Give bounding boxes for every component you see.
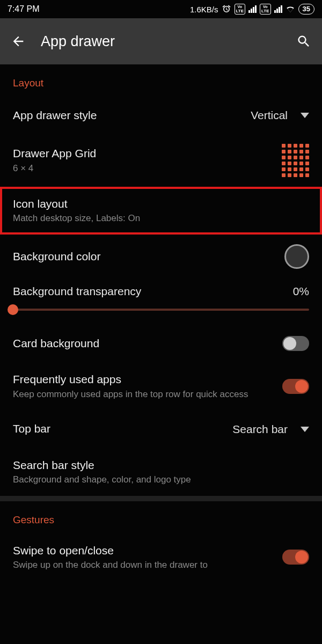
card-background-toggle[interactable] [282, 336, 309, 351]
setting-search-bar-style[interactable]: Search bar style Background and shape, c… [0, 448, 322, 496]
label: Icon layout [13, 196, 309, 211]
grid-icon [282, 144, 309, 177]
value: 0% [293, 285, 309, 298]
setting-drawer-app-grid[interactable]: Drawer App Grid 6 × 4 [0, 134, 322, 187]
alarm-icon [222, 4, 231, 14]
sub: Keep commonly used apps in the top row f… [13, 389, 274, 401]
status-time: 7:47 PM [8, 4, 40, 14]
label: Background color [13, 249, 276, 264]
label: Card background [13, 336, 274, 351]
slider-thumb[interactable] [8, 304, 18, 315]
search-icon[interactable] [296, 34, 311, 49]
signal-icon-2 [274, 5, 282, 13]
net-speed: 1.6KB/s [190, 5, 218, 14]
color-swatch [284, 244, 309, 269]
swipe-toggle[interactable] [282, 550, 309, 565]
setting-swipe-open-close[interactable]: Swipe to open/close Swipe up on the dock… [0, 533, 322, 575]
battery-indicator: 35 [298, 4, 314, 14]
wifi-icon [286, 4, 295, 14]
sub: 6 × 4 [13, 163, 273, 175]
sub: Swipe up on the dock and down in the dra… [13, 559, 274, 572]
signal-icon-1 [248, 5, 257, 13]
label: Background transparency [13, 285, 141, 298]
status-bar: 7:47 PM 1.6KB/s VoLTE VoLTE 35 [0, 0, 322, 18]
setting-background-transparency: Background transparency 0% [0, 279, 322, 325]
setting-background-color[interactable]: Background color [0, 235, 322, 279]
label: Search bar style [13, 458, 309, 473]
chevron-down-icon [301, 113, 309, 118]
setting-top-bar[interactable]: Top bar Search bar [0, 411, 322, 448]
transparency-slider[interactable] [13, 309, 309, 311]
sub: Background and shape, color, and logo ty… [13, 474, 309, 486]
label: Top bar [13, 421, 224, 436]
label: Frequently used apps [13, 372, 274, 387]
setting-icon-layout[interactable]: Icon layout Match desktop size, Labels: … [0, 187, 322, 235]
volte-icon-1: VoLTE [235, 4, 246, 14]
label: Drawer App Grid [13, 146, 273, 161]
setting-frequently-used-apps[interactable]: Frequently used apps Keep commonly used … [0, 362, 322, 410]
sub: Match desktop size, Labels: On [13, 213, 309, 225]
status-indicators: 1.6KB/s VoLTE VoLTE 35 [190, 4, 314, 14]
label: App drawer style [13, 108, 242, 123]
section-gestures-title: Gestures [0, 501, 322, 533]
volte-icon-2: VoLTE [260, 4, 271, 14]
value: Vertical [251, 109, 288, 122]
frequently-used-toggle[interactable] [282, 379, 309, 394]
chevron-down-icon [301, 427, 309, 432]
section-layout-title: Layout [0, 64, 322, 97]
page-title: App drawer [41, 33, 281, 50]
label: Swipe to open/close [13, 543, 274, 558]
value: Search bar [232, 423, 288, 436]
app-bar: App drawer [0, 18, 322, 64]
setting-app-drawer-style[interactable]: App drawer style Vertical [0, 97, 322, 134]
setting-card-background[interactable]: Card background [0, 325, 322, 362]
back-icon[interactable] [11, 34, 26, 49]
section-divider [0, 496, 322, 501]
